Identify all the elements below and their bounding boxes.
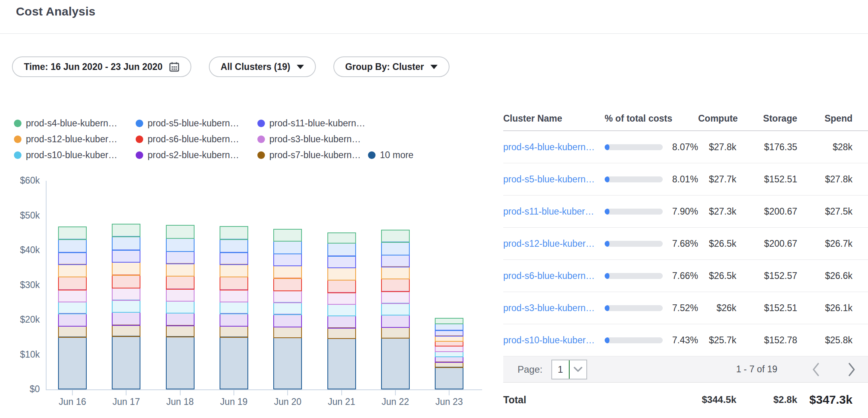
bar-segment[interactable] (381, 230, 410, 243)
bar-segment[interactable] (58, 264, 87, 277)
bar-segment[interactable] (273, 278, 302, 291)
bar-segment[interactable] (220, 226, 248, 240)
bar-segment[interactable] (273, 290, 302, 303)
bar-segment[interactable] (220, 326, 248, 338)
bar-segment[interactable] (58, 226, 87, 240)
bar-segment[interactable] (220, 277, 248, 290)
cluster-name-link[interactable]: prod-s4-blue-kubern… (503, 142, 605, 153)
cluster-name-link[interactable]: prod-s11-blue-kuber… (503, 206, 605, 217)
bar-segment[interactable] (273, 314, 302, 327)
bar-segment[interactable] (112, 288, 140, 301)
bar-segment[interactable] (327, 315, 356, 329)
chevron-down-icon (570, 360, 586, 379)
legend-item[interactable]: prod-s6-blue-kubern… (136, 133, 239, 145)
bar-segment[interactable] (381, 279, 410, 292)
bar-segment[interactable] (220, 239, 248, 253)
cluster-name-link[interactable]: prod-s6-blue-kubern… (503, 271, 605, 281)
bar-segment[interactable] (58, 252, 87, 265)
x-axis-tick (234, 390, 234, 395)
legend-item[interactable]: prod-s3-blue-kubern… (257, 133, 361, 145)
bar-segment[interactable] (112, 312, 140, 326)
cluster-name-link[interactable]: prod-s5-blue-kubern… (503, 174, 605, 185)
bar-segment[interactable] (112, 262, 140, 276)
bar-segment[interactable] (381, 291, 410, 304)
page-select[interactable]: 1 (551, 360, 587, 379)
bar-segment[interactable] (58, 313, 87, 327)
bar-segment[interactable] (273, 241, 302, 255)
group-by-dropdown[interactable]: Group By: Cluster (333, 56, 450, 77)
bar-segment[interactable] (381, 266, 410, 279)
prev-page-button[interactable] (808, 362, 823, 377)
clusters-dropdown[interactable]: All Clusters (19) (209, 56, 316, 77)
cluster-name-link[interactable]: prod-s10-blue-kuber… (503, 335, 605, 346)
legend-item[interactable]: prod-s11-blue-kubern… (257, 117, 365, 129)
bar-segment[interactable] (166, 251, 195, 264)
bar-segment[interactable] (112, 250, 140, 263)
bar-segment[interactable] (166, 336, 195, 389)
bar-segment[interactable] (381, 338, 410, 389)
bar-segment[interactable] (166, 276, 195, 290)
bar-segment[interactable] (435, 323, 463, 331)
pct-progress-fill (605, 273, 609, 279)
bar-segment[interactable] (112, 336, 140, 389)
bar-segment[interactable] (273, 265, 302, 279)
bar-segment[interactable] (220, 264, 248, 277)
bar-segment[interactable] (58, 326, 87, 338)
bar-segment[interactable] (273, 327, 302, 339)
legend-item[interactable]: prod-s10-blue-kuber… (14, 149, 117, 161)
bar-segment[interactable] (220, 252, 248, 265)
bar-segment[interactable] (381, 327, 410, 339)
bar-segment[interactable] (381, 315, 410, 328)
legend-item[interactable]: prod-s5-blue-kubern… (136, 117, 239, 129)
bar-segment[interactable] (327, 267, 356, 281)
bar-segment[interactable] (166, 325, 195, 337)
bar-segment[interactable] (58, 239, 87, 253)
bar-segment[interactable] (273, 254, 302, 266)
bar-segment[interactable] (273, 337, 302, 389)
legend-item[interactable]: prod-s2-blue-kubern… (136, 149, 239, 161)
bar-segment[interactable] (220, 289, 248, 302)
bar-segment[interactable] (220, 337, 248, 389)
bar-segment[interactable] (58, 302, 87, 314)
legend-item[interactable]: prod-s12-blue-kuber… (14, 133, 117, 145)
legend-item[interactable]: prod-s4-blue-kubern… (14, 117, 117, 129)
bar-segment[interactable] (112, 236, 140, 251)
bar-segment[interactable] (327, 255, 356, 268)
bar-segment[interactable] (220, 302, 248, 314)
bar-segment[interactable] (381, 255, 410, 267)
bar-segment[interactable] (166, 225, 195, 239)
bar-segment[interactable] (435, 318, 463, 325)
pct-value: 7.66% (672, 271, 698, 281)
legend-item[interactable]: prod-s7-blue-kubern… (257, 149, 361, 161)
bar-segment[interactable] (327, 292, 356, 305)
bar-segment[interactable] (327, 243, 356, 257)
bar-segment[interactable] (112, 300, 140, 313)
bar-segment[interactable] (112, 224, 140, 237)
next-page-button[interactable] (844, 362, 859, 377)
bar-segment[interactable] (327, 304, 356, 316)
bar-segment[interactable] (58, 337, 87, 389)
bar-segment[interactable] (435, 367, 463, 389)
legend-item[interactable]: 10 more (368, 149, 413, 161)
cluster-name-link[interactable]: prod-s12-blue-kuber… (503, 238, 605, 249)
bar-segment[interactable] (112, 325, 140, 337)
bar-segment[interactable] (58, 277, 87, 290)
bar-segment[interactable] (166, 238, 195, 252)
time-range-button[interactable]: Time: 16 Jun 2020 - 23 Jun 2020 (12, 56, 191, 77)
bar-segment[interactable] (166, 313, 195, 326)
bar-segment[interactable] (381, 242, 410, 255)
cluster-name-link[interactable]: prod-s3-blue-kubern… (503, 303, 605, 314)
bar-segment[interactable] (220, 313, 248, 327)
bar-segment[interactable] (166, 301, 195, 314)
bar-segment[interactable] (327, 280, 356, 293)
bar-segment[interactable] (166, 263, 195, 277)
bar-segment[interactable] (273, 302, 302, 315)
bar-segment[interactable] (58, 289, 87, 302)
bar-segment[interactable] (327, 232, 356, 244)
bar-segment[interactable] (327, 338, 356, 390)
bar-segment[interactable] (273, 229, 302, 242)
bar-segment[interactable] (381, 303, 410, 315)
bar-segment[interactable] (327, 327, 356, 339)
bar-segment[interactable] (166, 288, 195, 302)
bar-segment[interactable] (112, 275, 140, 288)
